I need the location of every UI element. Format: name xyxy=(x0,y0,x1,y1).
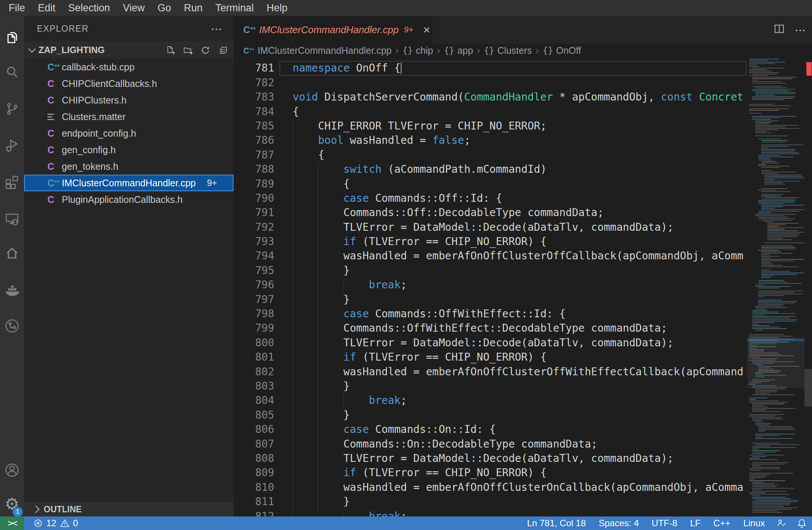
line-content[interactable]: wasHandled = emberAfOnOffClusterOnCallba… xyxy=(293,480,812,495)
breadcrumb-onoff[interactable]: OnOff xyxy=(556,45,581,56)
line-content[interactable]: } xyxy=(293,263,812,278)
code-line-801[interactable]: 801 if (TLVError == CHIP_NO_ERROR) { xyxy=(234,350,812,364)
line-number[interactable]: 784 xyxy=(234,105,274,119)
file-row[interactable]: C++IMClusterCommandHandler.cpp9+ xyxy=(24,175,234,191)
code-line-810[interactable]: 810 wasHandled = emberAfOnOffClusterOnCa… xyxy=(234,480,812,495)
line-number[interactable]: 812 xyxy=(234,509,274,517)
source-control-icon[interactable] xyxy=(0,95,24,122)
line-number[interactable]: 797 xyxy=(234,292,274,307)
file-row[interactable]: Cgen_config.h xyxy=(24,142,234,158)
remote-os[interactable]: Linux xyxy=(737,518,771,528)
menu-go[interactable]: Go xyxy=(151,0,177,16)
line-number[interactable]: 798 xyxy=(234,307,274,321)
line-number[interactable]: 800 xyxy=(234,336,274,350)
code-line-797[interactable]: 797 } xyxy=(234,292,812,307)
line-number[interactable]: 780 xyxy=(234,57,274,61)
file-row[interactable]: Cgen_tokens.h xyxy=(24,158,234,175)
minimap[interactable] xyxy=(747,57,804,516)
code-line-812[interactable]: 812 break; xyxy=(234,509,812,517)
line-content[interactable]: Commands::Off::DecodableType commandData… xyxy=(293,206,812,220)
line-content[interactable]: } xyxy=(293,379,812,393)
code-line-784[interactable]: 784{ xyxy=(234,105,812,119)
code-line-791[interactable]: 791 Commands::Off::DecodableType command… xyxy=(234,206,812,220)
code-line-802[interactable]: 802 wasHandled = emberAfOnOffClusterOffW… xyxy=(234,365,812,379)
explorer-icon[interactable] xyxy=(0,24,24,51)
indentation[interactable]: Spaces: 4 xyxy=(592,518,646,528)
code-line-782[interactable]: 782 xyxy=(234,76,812,90)
line-number[interactable]: 803 xyxy=(234,379,274,393)
line-content[interactable]: CHIP_ERROR TLVError = CHIP_NO_ERROR; xyxy=(293,119,812,133)
line-content[interactable]: Commands::OffWithEffect::DecodableType c… xyxy=(293,321,812,335)
code-line-785[interactable]: 785 CHIP_ERROR TLVError = CHIP_NO_ERROR; xyxy=(234,119,812,133)
line-content[interactable]: TLVError = DataModel::Decode(aDataTlv, c… xyxy=(293,336,812,350)
outline-section-header[interactable]: OUTLINE xyxy=(24,502,234,516)
line-content[interactable]: TLVError = DataModel::Decode(aDataTlv, c… xyxy=(293,451,812,466)
line-number[interactable]: 790 xyxy=(234,191,274,206)
breadcrumb-app[interactable]: app xyxy=(457,45,473,56)
code-line-800[interactable]: 800 TLVError = DataModel::Decode(aDataTl… xyxy=(234,336,812,350)
docker-icon[interactable] xyxy=(0,277,24,304)
folder-section-header[interactable]: ZAP_LIGHTING xyxy=(24,41,234,59)
line-content[interactable]: } xyxy=(293,495,812,509)
line-number[interactable]: 795 xyxy=(234,263,274,278)
language-mode[interactable]: C++ xyxy=(707,518,737,528)
extensions-icon[interactable] xyxy=(0,169,24,196)
line-content[interactable] xyxy=(293,57,812,61)
line-content[interactable]: namespace OnOff { xyxy=(293,61,812,75)
code-line-796[interactable]: 796 break; xyxy=(234,278,812,292)
encoding[interactable]: UTF-8 xyxy=(645,518,684,528)
line-content[interactable]: bool wasHandled = false; xyxy=(293,133,812,148)
line-number[interactable]: 808 xyxy=(234,451,274,466)
menu-edit[interactable]: Edit xyxy=(32,0,62,16)
code-line-806[interactable]: 806 case Commands::On::Id: { xyxy=(234,422,812,437)
breadcrumb-file[interactable]: IMClusterCommandHandler.cpp xyxy=(258,45,392,56)
line-number[interactable]: 806 xyxy=(234,422,274,437)
menu-run[interactable]: Run xyxy=(177,0,209,16)
line-number[interactable]: 791 xyxy=(234,206,274,220)
run-debug-icon[interactable] xyxy=(0,132,24,159)
code-line-794[interactable]: 794 wasHandled = emberAfOnOffClusterOffC… xyxy=(234,249,812,263)
code-line-793[interactable]: 793 if (TLVError == CHIP_NO_ERROR) { xyxy=(234,235,812,249)
file-row[interactable]: Clusters.matter xyxy=(24,108,234,125)
menu-view[interactable]: View xyxy=(116,0,151,16)
file-row[interactable]: CPluginApplicationCallbacks.h xyxy=(24,191,234,208)
file-row[interactable]: CCHIPClusters.h xyxy=(24,92,234,108)
code-line-798[interactable]: 798 case Commands::OffWithEffect::Id: { xyxy=(234,307,812,321)
line-content[interactable]: case Commands::OffWithEffect::Id: { xyxy=(293,307,812,321)
code-line-781[interactable]: 781namespace OnOff { xyxy=(234,61,812,75)
line-content[interactable]: { xyxy=(293,148,812,162)
code-line-790[interactable]: 790 case Commands::Off::Id: { xyxy=(234,191,812,206)
menu-selection[interactable]: Selection xyxy=(62,0,116,16)
breadcrumb-chip[interactable]: chip xyxy=(416,45,433,56)
line-number[interactable]: 789 xyxy=(234,177,274,191)
line-content[interactable]: TLVError = DataModel::Decode(aDataTlv, c… xyxy=(293,220,812,235)
code-line-804[interactable]: 804 break; xyxy=(234,393,812,408)
line-number[interactable]: 794 xyxy=(234,249,274,263)
file-row[interactable]: Cendpoint_config.h xyxy=(24,125,234,142)
line-number[interactable]: 783 xyxy=(234,90,274,104)
refresh-icon[interactable] xyxy=(200,45,211,55)
editor-more-actions-icon[interactable]: ⋯ xyxy=(795,23,807,37)
line-content[interactable]: break; xyxy=(293,278,812,292)
line-content[interactable]: if (TLVError == CHIP_NO_ERROR) { xyxy=(293,350,812,364)
file-row[interactable]: CCHIPClientCallbacks.h xyxy=(24,75,234,92)
remote-explorer-icon[interactable] xyxy=(0,206,24,233)
line-number[interactable]: 796 xyxy=(234,278,274,292)
line-number[interactable]: 809 xyxy=(234,466,274,480)
code-line-786[interactable]: 786 bool wasHandled = false; xyxy=(234,133,812,148)
menu-terminal[interactable]: Terminal xyxy=(209,0,260,16)
line-content[interactable]: break; xyxy=(293,393,812,408)
split-editor-icon[interactable] xyxy=(774,23,785,36)
line-number[interactable]: 781 xyxy=(234,61,274,75)
line-number[interactable]: 788 xyxy=(234,162,274,177)
line-number[interactable]: 793 xyxy=(234,235,274,249)
account-icon[interactable] xyxy=(0,457,24,484)
line-number[interactable]: 811 xyxy=(234,495,274,509)
scrollbar-slider[interactable] xyxy=(804,369,812,407)
menu-help[interactable]: Help xyxy=(260,0,294,16)
line-content[interactable]: Commands::On::DecodableType commandData; xyxy=(293,437,812,451)
code-line-807[interactable]: 807 Commands::On::DecodableType commandD… xyxy=(234,437,812,451)
file-row[interactable]: C++callback-stub.cpp xyxy=(24,59,234,75)
line-number[interactable]: 799 xyxy=(234,321,274,335)
line-content[interactable]: { xyxy=(293,105,812,119)
